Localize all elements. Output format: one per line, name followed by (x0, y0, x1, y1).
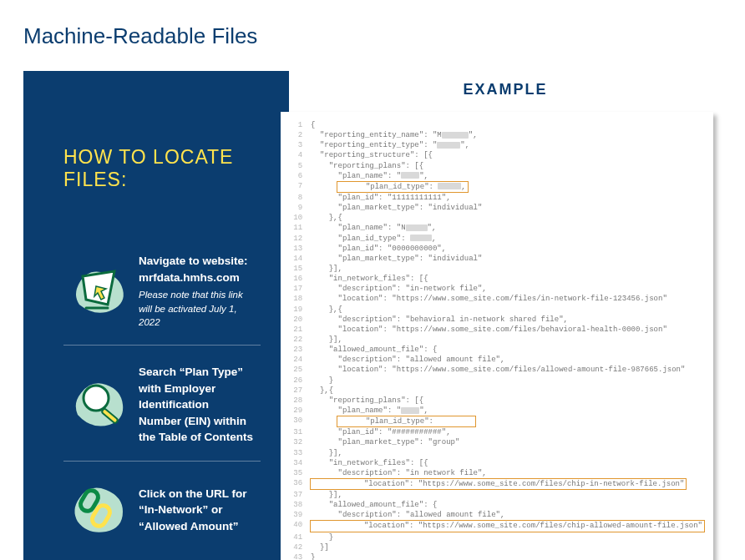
step-click-text: Click on the URL for “In-Network” or “Al… (139, 486, 261, 535)
content-columns: HOW TO LOCATE FILES: Navigate to website… (23, 71, 722, 560)
code-l33: }], (311, 448, 342, 458)
instructions-panel: HOW TO LOCATE FILES: Navigate to website… (23, 71, 289, 560)
code-l16: "in_network_files": [{ (311, 274, 428, 284)
how-to-heading: HOW TO LOCATE FILES: (63, 146, 261, 191)
step-click-url: Click on the URL for “In-Network” or “Al… (63, 465, 261, 555)
code-l28: "reporting_plans": [{ (311, 396, 423, 406)
code-l41: } (311, 532, 333, 542)
step-click-bold: Click on the URL for “In-Network” or “Al… (139, 487, 247, 532)
code-l34: "in_network_files": [{ (311, 458, 428, 468)
code-l37: }], (311, 490, 342, 500)
step-navigate-note: Please note that this link will be activ… (139, 288, 254, 330)
code-l8: "plan_id": "11111111111", (311, 193, 450, 203)
code-l26: } (311, 376, 333, 386)
code-l5: "reporting_plans": [{ (311, 161, 423, 171)
svg-point-0 (84, 386, 109, 411)
step-search: Search “Plan Type” with Employer Identif… (63, 349, 261, 462)
code-l18: "location": "https://www.some_site.com/f… (311, 294, 667, 304)
code-l42: }] (311, 542, 329, 552)
code-l22: }], (311, 335, 342, 345)
step-search-text: Search “Plan Type” with Employer Identif… (139, 364, 261, 446)
code-l14: "plan_market_type": "individual" (311, 254, 482, 264)
code-l17: "description": "in-network file", (311, 284, 487, 294)
code-l32: "plan_market_type": "group" (311, 437, 459, 447)
code-l21: "location": "https://www.some_site.com/f… (311, 325, 667, 335)
code-l9: "plan_market_type": "individual" (311, 203, 482, 213)
code-l20: "description": "behavioral in-network sh… (311, 315, 568, 325)
magnifier-icon (63, 375, 139, 435)
code-l35: "description": "in network file", (311, 468, 487, 478)
step-navigate-text: Navigate to website: mrfdata.hmhs.com Pl… (139, 253, 261, 330)
code-l12: "plan_id_type": , (311, 234, 436, 244)
highlight-in-network-url: "location": "https://www.some_site.com/f… (310, 478, 687, 490)
highlight-allowed-amount-url: "location": "https://www.some_site.com/f… (310, 520, 705, 532)
step-navigate-bold: Navigate to website: mrfdata.hmhs.com (139, 255, 248, 284)
page-title: Machine-Readable Files (23, 23, 722, 49)
code-l19: },{ (311, 305, 342, 315)
code-l29: "plan_name": "", (311, 406, 428, 416)
example-heading: EXAMPLE (289, 81, 722, 98)
pointer-monitor-icon (63, 261, 139, 321)
code-l4: "reporting_structure": [{ (311, 150, 433, 160)
code-l13: "plan_id": "0000000000", (311, 244, 446, 254)
code-l3: "reporting_entity_type": "", (311, 140, 469, 150)
code-l31: "plan_id": "###########", (311, 427, 450, 437)
code-l11: "plan_name": "N", (311, 223, 436, 233)
code-l23: "allowed_amount_file": { (311, 345, 437, 355)
example-panel: EXAMPLE 1{ 2 "reporting_entity_name": "M… (289, 71, 722, 560)
link-chain-icon (63, 480, 139, 540)
highlight-plan-id-type-2: "plan_id_type": (337, 416, 476, 427)
code-l2: "reporting_entity_name": "M", (311, 130, 477, 140)
code-l38: "allowed_amount_file": { (311, 500, 437, 510)
code-l15: }], (311, 264, 342, 274)
code-l25: "location": "https://www.some_site.com/f… (311, 365, 685, 375)
code-l10: },{ (311, 213, 342, 223)
example-code-card: 1{ 2 "reporting_entity_name": "M", 3 "re… (281, 112, 713, 560)
step-search-bold: Search “Plan Type” with Employer Identif… (139, 366, 253, 443)
code-l39: "description": "allowed amount file", (311, 510, 504, 520)
code-l6: "plan_name": "", (311, 171, 428, 181)
highlight-plan-id-type-1: "plan_id_type": , (337, 181, 469, 193)
code-l1: { (311, 120, 315, 130)
code-l24: "description": "allowed amount file", (311, 355, 504, 365)
step-navigate: Navigate to website: mrfdata.hmhs.com Pl… (63, 238, 261, 346)
code-l43: } (311, 552, 315, 560)
code-l27: },{ (311, 386, 333, 396)
